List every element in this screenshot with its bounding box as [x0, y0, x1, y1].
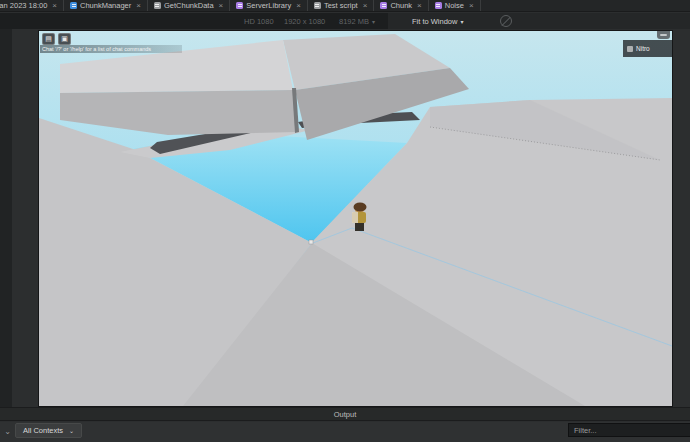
- tab-label: Test script: [324, 1, 358, 10]
- tab-label: Chunk: [390, 1, 412, 10]
- chat-message-bar: Chat '/?' or '/help' for a list of chat …: [40, 45, 182, 53]
- tab-label: ChunkManager: [80, 1, 131, 10]
- tab-datestamp[interactable]: 9 11 Jan 2023 18:00 ×: [0, 0, 64, 11]
- close-icon[interactable]: ×: [136, 2, 141, 10]
- avatar-hair: [354, 203, 367, 212]
- modulescript-icon: [380, 2, 387, 9]
- tab-label: 9 11 Jan 2023 18:00: [0, 1, 47, 10]
- menu-icon: ▤: [45, 35, 52, 43]
- preview-toolbar: HD 1080 1920 x 1080 8192 MB ▾ Fit to Win…: [0, 13, 690, 29]
- viewport-topright-button[interactable]: [657, 31, 670, 39]
- roblox-menu-button[interactable]: ▤: [42, 33, 55, 45]
- close-icon[interactable]: ×: [469, 2, 474, 10]
- game-viewport[interactable]: ▤ ▣ Chat '/?' or '/help' for a list of c…: [39, 31, 672, 406]
- script-icon: [314, 2, 321, 9]
- close-icon[interactable]: ×: [363, 2, 368, 10]
- modulescript-icon: [435, 2, 442, 9]
- player-badge-icon: [627, 46, 633, 52]
- modulescript-icon: [236, 2, 243, 9]
- chevron-down-icon: ▾: [460, 18, 463, 25]
- tab-label: ServerLibrary: [246, 1, 291, 10]
- chevron-down-icon[interactable]: ⌄: [2, 425, 13, 437]
- script-icon: [70, 2, 77, 9]
- left-dock-strip: [0, 29, 12, 407]
- script-tab-bar: 9 11 Jan 2023 18:00 × ChunkManager × Get…: [0, 0, 690, 12]
- close-icon[interactable]: ×: [219, 2, 224, 10]
- output-panel-toolbar: ⌄ All Contexts ⌄: [0, 422, 690, 442]
- output-title: Output: [334, 410, 357, 419]
- tab-test-script[interactable]: Test script ×: [308, 0, 374, 11]
- fit-to-window-dropdown[interactable]: Fit to Window ▾: [412, 13, 463, 29]
- chat-icon: ▣: [61, 35, 68, 43]
- tab-chunk[interactable]: Chunk ×: [374, 0, 428, 11]
- vertex-handle: [309, 240, 313, 244]
- tab-chunkmanager[interactable]: ChunkManager ×: [64, 0, 148, 11]
- memory-dropdown[interactable]: 8192 MB ▾: [339, 13, 375, 29]
- avatar-legs: [355, 223, 364, 231]
- tab-getchunkdata[interactable]: GetChunkData ×: [148, 0, 230, 11]
- chat-toggle-button[interactable]: ▣: [58, 33, 71, 45]
- resolution-label: HD 1080: [244, 13, 274, 29]
- tab-noise[interactable]: Noise ×: [429, 0, 481, 11]
- close-icon[interactable]: ×: [296, 2, 301, 10]
- tab-serverlibrary[interactable]: ServerLibrary ×: [230, 0, 308, 11]
- close-icon[interactable]: ×: [417, 2, 422, 10]
- player-leaderboard: Nitro: [623, 40, 672, 57]
- tab-label: GetChunkData: [164, 1, 214, 10]
- frame-size-label: 1920 x 1080: [284, 13, 325, 29]
- chevron-down-icon: ⌄: [69, 427, 74, 434]
- avatar-torso-highlight: [352, 212, 358, 223]
- 3d-scene: [39, 31, 672, 406]
- player-name: Nitro: [636, 45, 650, 52]
- close-icon[interactable]: ×: [52, 2, 57, 10]
- tab-label: Noise: [445, 1, 464, 10]
- output-panel-header: Output: [0, 407, 690, 421]
- script-icon: [154, 2, 161, 9]
- mute-toggle-icon[interactable]: [500, 15, 512, 27]
- chevron-down-icon: ▾: [372, 18, 375, 25]
- context-selector-dropdown[interactable]: All Contexts ⌄: [15, 423, 82, 438]
- filter-input[interactable]: [568, 423, 690, 437]
